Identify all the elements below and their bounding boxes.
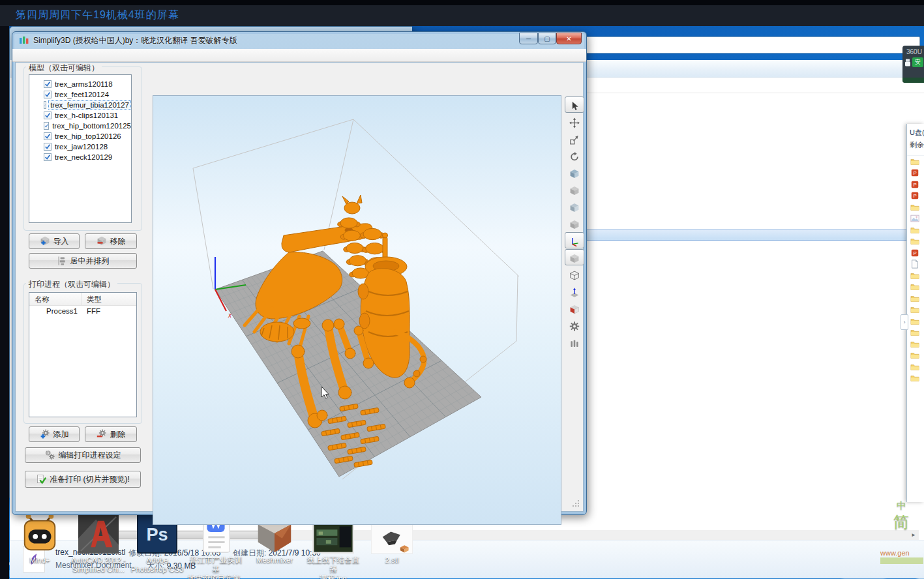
scroll-right-arrow[interactable]: ► — [908, 530, 919, 540]
folder-icon — [910, 351, 919, 360]
model-label[interactable]: trex_hip_top120126 — [55, 132, 121, 140]
strip-item[interactable] — [907, 293, 924, 304]
model-checkbox[interactable] — [44, 132, 52, 140]
strip-item[interactable] — [907, 259, 924, 271]
process-table[interactable]: 名称 类型 Process1 FFF — [29, 292, 137, 417]
strip-item[interactable]: P — [907, 168, 924, 179]
client-area: 模型（双击可编辑） trex_arms120118 trex_feet12012… — [15, 62, 584, 512]
view-tool-button[interactable] — [565, 249, 584, 265]
viewport-3d[interactable]: x — [153, 95, 561, 525]
menu-item[interactable] — [109, 54, 121, 57]
resize-grip[interactable] — [571, 500, 579, 508]
folder-icon — [910, 203, 919, 212]
view-tool-button[interactable] — [565, 317, 584, 333]
view-tool-button[interactable] — [565, 215, 584, 231]
view-tool-button[interactable] — [565, 198, 584, 215]
model-checkbox[interactable] — [44, 143, 52, 151]
view-tool-button[interactable] — [565, 181, 584, 198]
desktop-icon[interactable]: Mind+ — [10, 513, 69, 579]
menu-item[interactable] — [57, 54, 68, 57]
view-tool-button[interactable] — [565, 266, 584, 282]
strip-item[interactable] — [907, 373, 924, 385]
model-list-item[interactable]: trex_hip_bottom120125 — [29, 121, 131, 131]
maximize-button[interactable]: ▢ — [538, 33, 556, 44]
menu-item[interactable] — [18, 54, 29, 57]
process-row[interactable]: Process1 FFF — [29, 306, 136, 318]
model-label[interactable]: trex_h-clips120131 — [55, 111, 118, 119]
strip-item[interactable] — [907, 156, 924, 168]
model-checkbox[interactable] — [44, 153, 52, 161]
edit-process-button[interactable]: 编辑打印进程设定 — [25, 447, 141, 463]
nav-expander-chevron[interactable]: › — [901, 314, 908, 330]
simplify3d-window[interactable]: Simplify3D (授权给中国人)by：晓龙汉化翻译 吾爱破解专版 ─ ▢ … — [12, 31, 587, 515]
strip-item[interactable] — [907, 270, 924, 282]
model-checkbox[interactable] — [44, 101, 46, 109]
desktop-icon[interactable]: AutoCAD 2012 -Simplified Chi... — [69, 513, 128, 579]
center-arrange-button[interactable]: 居中并排列 — [29, 253, 137, 269]
strip-item[interactable] — [907, 236, 924, 248]
widget-360-safe-badge[interactable]: 安 — [912, 57, 923, 67]
model-label[interactable]: trex_neck120129 — [55, 153, 112, 161]
view-tool-button[interactable] — [565, 113, 584, 130]
model-label[interactable]: trex_hip_bottom120125 — [52, 122, 131, 130]
add-process-button[interactable]: 添加 — [29, 426, 80, 442]
model-list[interactable]: trex_arms120118 trex_feet120124 trex_fem… — [29, 74, 132, 223]
view-tool-button[interactable] — [565, 232, 584, 248]
menu-item[interactable] — [44, 54, 55, 57]
widget-360-usb[interactable]: 360U 安 — [902, 46, 924, 83]
model-list-item[interactable]: trex_h-clips120131 — [29, 110, 131, 121]
strip-item[interactable] — [907, 282, 924, 293]
view-tool-button[interactable] — [565, 283, 584, 299]
model-checkbox[interactable] — [44, 80, 52, 88]
strip-item[interactable]: P — [907, 179, 924, 190]
remove-button[interactable]: 移除 — [85, 233, 137, 249]
view-tool-button[interactable] — [565, 334, 584, 350]
view-tool-button[interactable] — [565, 147, 584, 164]
view-tool-button[interactable] — [565, 300, 584, 316]
model-label[interactable]: trex_feet120124 — [55, 91, 109, 98]
delete-process-button[interactable]: 删除 — [85, 426, 137, 442]
model-label[interactable]: trex_jaw120128 — [55, 143, 108, 151]
view-tool-button[interactable] — [565, 164, 584, 181]
strip-item[interactable] — [907, 304, 924, 316]
model-list-item[interactable]: trex_hip_top120126 — [29, 131, 131, 141]
import-button[interactable]: 导入 — [29, 233, 80, 249]
strip-item[interactable] — [907, 327, 924, 339]
strip-item[interactable] — [907, 361, 924, 373]
windows-desktop[interactable]: 360U 安 王龙骨架 搜索 霸 — [9, 26, 924, 579]
build-scene[interactable]: x — [153, 96, 561, 525]
model-list-item[interactable]: trex_jaw120128 — [29, 141, 131, 152]
strip-item[interactable]: P — [907, 190, 924, 202]
ime-indicator[interactable]: 中 简 — [893, 499, 909, 533]
strip-item[interactable] — [907, 224, 924, 236]
menu-item[interactable] — [70, 54, 82, 57]
model-list-item[interactable]: trex_feet120124 — [29, 89, 131, 100]
strip-item[interactable] — [907, 350, 924, 362]
view-tool-button[interactable] — [565, 96, 584, 113]
menu-item[interactable] — [96, 54, 108, 57]
model-checkbox[interactable] — [44, 122, 49, 130]
close-button[interactable]: ✕ — [556, 33, 582, 44]
strip-item[interactable] — [907, 213, 924, 225]
process-table-header[interactable]: 名称 类型 — [29, 293, 136, 306]
strip-item[interactable] — [907, 338, 924, 350]
menu-item[interactable] — [31, 54, 42, 57]
strip-item[interactable] — [907, 201, 924, 213]
strip-item[interactable]: P — [907, 247, 924, 259]
prepare-print-button[interactable]: 准备打印 (切片并预览)! — [25, 471, 141, 488]
model-list-item[interactable]: trex_femur_tibia120127 — [29, 100, 131, 110]
model-label[interactable]: trex_femur_tibia120127 — [48, 100, 131, 110]
coordinate-axes-icon — [569, 235, 580, 246]
model-checkbox[interactable] — [44, 91, 52, 98]
strip-item[interactable] — [907, 316, 924, 327]
model-label[interactable]: trex_arms120118 — [55, 80, 113, 88]
minimize-button[interactable]: ─ — [519, 33, 538, 44]
title-bar[interactable]: Simplify3D (授权给中国人)by：晓龙汉化翻译 吾爱破解专版 — [12, 32, 586, 49]
menu-item[interactable] — [83, 54, 95, 57]
view-tool-button[interactable] — [565, 130, 584, 147]
model-list-item[interactable]: trex_arms120118 — [29, 79, 131, 89]
model-list-item[interactable]: trex_neck120129 — [29, 152, 131, 162]
menu-item[interactable] — [122, 54, 134, 57]
background-window-strip[interactable]: U盘(E 剩余空 P P P P › — [906, 124, 924, 502]
model-checkbox[interactable] — [44, 111, 52, 119]
